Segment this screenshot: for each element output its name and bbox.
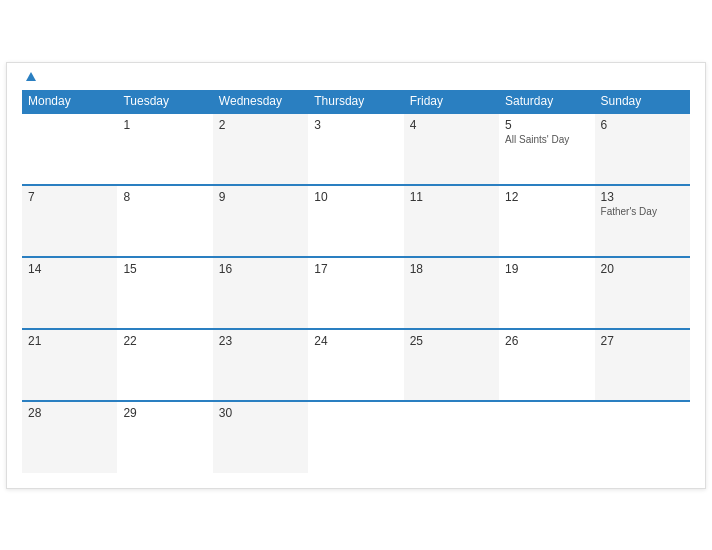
- day-number: 8: [123, 190, 206, 204]
- calendar-cell: [308, 401, 403, 473]
- day-number: 2: [219, 118, 302, 132]
- day-number: 24: [314, 334, 397, 348]
- week-row-1: 12345All Saints' Day6: [22, 113, 690, 185]
- column-header-wednesday: Wednesday: [213, 90, 308, 113]
- calendar-cell: 20: [595, 257, 690, 329]
- column-header-thursday: Thursday: [308, 90, 403, 113]
- week-row-5: 282930: [22, 401, 690, 473]
- calendar-cell: 28: [22, 401, 117, 473]
- calendar-cell: 14: [22, 257, 117, 329]
- calendar-cell: 6: [595, 113, 690, 185]
- day-number: 7: [28, 190, 111, 204]
- calendar-cell: 11: [404, 185, 499, 257]
- calendar-cell: [22, 113, 117, 185]
- calendar-cell: [595, 401, 690, 473]
- logo: [24, 73, 36, 82]
- day-number: 9: [219, 190, 302, 204]
- calendar-cell: 10: [308, 185, 403, 257]
- day-headers-row: MondayTuesdayWednesdayThursdayFridaySatu…: [22, 90, 690, 113]
- calendar-cell: 15: [117, 257, 212, 329]
- day-number: 18: [410, 262, 493, 276]
- column-header-saturday: Saturday: [499, 90, 594, 113]
- calendar-cell: 8: [117, 185, 212, 257]
- calendar-cell: 9: [213, 185, 308, 257]
- calendar-cell: 17: [308, 257, 403, 329]
- calendar-container: MondayTuesdayWednesdayThursdayFridaySatu…: [6, 62, 706, 489]
- day-number: 10: [314, 190, 397, 204]
- day-number: 3: [314, 118, 397, 132]
- calendar-cell: 30: [213, 401, 308, 473]
- day-number: 12: [505, 190, 588, 204]
- calendar-table: MondayTuesdayWednesdayThursdayFridaySatu…: [22, 90, 690, 473]
- column-header-sunday: Sunday: [595, 90, 690, 113]
- day-number: 30: [219, 406, 302, 420]
- column-header-friday: Friday: [404, 90, 499, 113]
- day-number: 15: [123, 262, 206, 276]
- day-number: 22: [123, 334, 206, 348]
- calendar-cell: 23: [213, 329, 308, 401]
- event-label: All Saints' Day: [505, 134, 588, 145]
- calendar-header: [22, 73, 690, 82]
- day-number: 28: [28, 406, 111, 420]
- day-number: 6: [601, 118, 684, 132]
- calendar-cell: 12: [499, 185, 594, 257]
- calendar-cell: 22: [117, 329, 212, 401]
- day-number: 14: [28, 262, 111, 276]
- week-row-4: 21222324252627: [22, 329, 690, 401]
- calendar-cell: [404, 401, 499, 473]
- calendar-cell: 25: [404, 329, 499, 401]
- day-number: 29: [123, 406, 206, 420]
- calendar-cell: [499, 401, 594, 473]
- day-number: 25: [410, 334, 493, 348]
- calendar-cell: 19: [499, 257, 594, 329]
- calendar-cell: 21: [22, 329, 117, 401]
- day-number: 17: [314, 262, 397, 276]
- column-header-tuesday: Tuesday: [117, 90, 212, 113]
- week-row-2: 78910111213Father's Day: [22, 185, 690, 257]
- calendar-cell: 26: [499, 329, 594, 401]
- calendar-body: 12345All Saints' Day678910111213Father's…: [22, 113, 690, 473]
- day-number: 5: [505, 118, 588, 132]
- calendar-cell: 24: [308, 329, 403, 401]
- day-number: 23: [219, 334, 302, 348]
- day-number: 20: [601, 262, 684, 276]
- event-label: Father's Day: [601, 206, 684, 217]
- calendar-cell: 2: [213, 113, 308, 185]
- day-number: 21: [28, 334, 111, 348]
- calendar-cell: 27: [595, 329, 690, 401]
- calendar-cell: 3: [308, 113, 403, 185]
- day-number: 1: [123, 118, 206, 132]
- day-number: 19: [505, 262, 588, 276]
- calendar-cell: 29: [117, 401, 212, 473]
- week-row-3: 14151617181920: [22, 257, 690, 329]
- day-number: 26: [505, 334, 588, 348]
- calendar-cell: 16: [213, 257, 308, 329]
- calendar-cell: 4: [404, 113, 499, 185]
- column-header-monday: Monday: [22, 90, 117, 113]
- day-number: 16: [219, 262, 302, 276]
- day-number: 13: [601, 190, 684, 204]
- day-number: 27: [601, 334, 684, 348]
- calendar-cell: 5All Saints' Day: [499, 113, 594, 185]
- day-number: 11: [410, 190, 493, 204]
- calendar-cell: 13Father's Day: [595, 185, 690, 257]
- calendar-cell: 18: [404, 257, 499, 329]
- calendar-cell: 1: [117, 113, 212, 185]
- calendar-cell: 7: [22, 185, 117, 257]
- logo-triangle-icon: [26, 72, 36, 81]
- day-number: 4: [410, 118, 493, 132]
